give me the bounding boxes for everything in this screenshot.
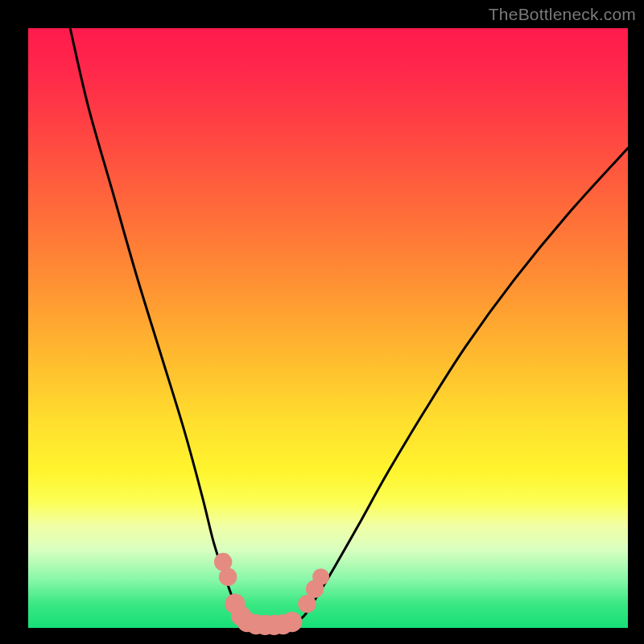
curve-left-branch	[70, 28, 253, 625]
curve-right-branch	[292, 148, 628, 625]
data-marker	[219, 568, 237, 585]
curve-layer	[28, 28, 628, 628]
data-marker	[282, 612, 302, 632]
chart-frame: TheBottleneck.com	[0, 0, 644, 644]
watermark-text: TheBottleneck.com	[489, 5, 636, 24]
curves-group	[70, 28, 628, 625]
data-marker	[312, 568, 329, 585]
plot-area	[28, 28, 628, 628]
